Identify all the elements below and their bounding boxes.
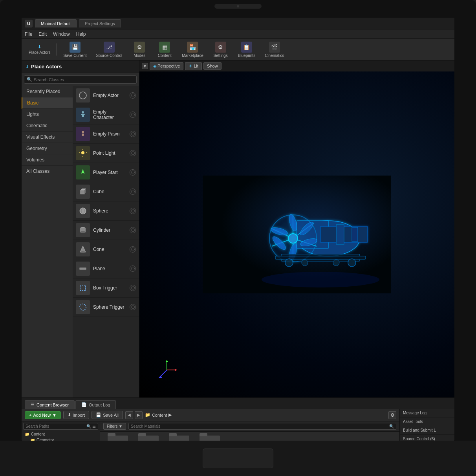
search-classes-input[interactable] bbox=[34, 77, 134, 82]
point-light-icon bbox=[76, 146, 90, 160]
svg-rect-24 bbox=[80, 285, 86, 291]
category-geometry[interactable]: Geometry bbox=[22, 143, 73, 154]
right-panel: Message Log Asset Tools Build and Submit… bbox=[399, 409, 454, 441]
svg-point-20 bbox=[80, 231, 86, 233]
categories-list: Recently Placed Basic Lights Cinematic V… bbox=[22, 86, 73, 397]
actor-sphere[interactable]: Sphere ⓘ bbox=[73, 201, 139, 221]
search-paths-input[interactable] bbox=[26, 424, 85, 428]
cube-info[interactable]: ⓘ bbox=[130, 189, 136, 195]
tab-output-log[interactable]: 📄 Output Log bbox=[75, 400, 116, 409]
toolbar-cinematics[interactable]: 🎬 Cinematics bbox=[261, 40, 288, 59]
nav-forward-button[interactable]: ▶ bbox=[135, 411, 143, 419]
sphere-info[interactable]: ⓘ bbox=[130, 208, 136, 214]
content-browser-tab-label: Content Browser bbox=[37, 403, 69, 407]
category-recently-placed[interactable]: Recently Placed bbox=[22, 86, 73, 97]
toolbar-modes[interactable]: ⚙ Modes bbox=[128, 40, 151, 59]
actor-empty-character[interactable]: Empty Character ⓘ bbox=[73, 105, 139, 124]
actor-player-start[interactable]: Player Start ⓘ bbox=[73, 163, 139, 182]
menu-window[interactable]: Window bbox=[53, 31, 70, 37]
content-icon: ▦ bbox=[159, 42, 170, 53]
tab-minimal-default[interactable]: Minimal Default bbox=[35, 19, 77, 27]
actor-cylinder[interactable]: Cylinder ⓘ bbox=[73, 221, 139, 240]
menu-edit[interactable]: Edit bbox=[38, 31, 47, 37]
toolbar-marketplace[interactable]: 🏪 Marketplace bbox=[178, 40, 207, 59]
category-volumes[interactable]: Volumes bbox=[22, 154, 73, 166]
filters-button[interactable]: Filters ▼ bbox=[103, 423, 126, 430]
tab-project-settings[interactable]: Project Settings bbox=[79, 19, 121, 27]
cube-icon bbox=[76, 185, 90, 199]
category-basic[interactable]: Basic bbox=[22, 97, 73, 109]
sphere-trigger-info[interactable]: ⓘ bbox=[130, 304, 136, 310]
actor-sphere-trigger[interactable]: Sphere Trigger ⓘ bbox=[73, 298, 139, 317]
toolbar-save-current[interactable]: 💾 Save Current bbox=[60, 40, 91, 59]
plane-icon bbox=[76, 262, 90, 276]
trackpad[interactable] bbox=[203, 449, 273, 468]
panel-header: ⬇ Place Actors bbox=[22, 60, 139, 73]
toolbar-source-control[interactable]: ⎇ Source Control bbox=[92, 40, 126, 59]
player-start-info[interactable]: ⓘ bbox=[130, 169, 136, 176]
import-button[interactable]: ⬇ Import bbox=[63, 411, 89, 419]
box-trigger-name: Box Trigger bbox=[93, 285, 126, 291]
cone-info[interactable]: ⓘ bbox=[130, 246, 136, 253]
folder-geometry[interactable]: 📁 Geometry bbox=[23, 437, 98, 441]
cube-name: Cube bbox=[93, 189, 126, 194]
plane-info[interactable]: ⓘ bbox=[130, 265, 136, 272]
search-materials-input[interactable] bbox=[131, 424, 389, 428]
toolbar-content[interactable]: ▦ Content bbox=[153, 40, 176, 59]
actor-cube[interactable]: Cube ⓘ bbox=[73, 182, 139, 201]
ue-logo: U bbox=[25, 20, 33, 27]
right-panel-asset-tools[interactable]: Asset Tools bbox=[400, 417, 454, 426]
right-panel-message-log[interactable]: Message Log bbox=[400, 409, 454, 417]
cone-icon bbox=[76, 242, 90, 256]
svg-marker-55 bbox=[175, 369, 177, 371]
viewport-menu-btn[interactable]: ▼ bbox=[142, 63, 148, 69]
filters-arrow-icon: ▼ bbox=[119, 424, 123, 428]
actor-empty-actor[interactable]: Empty Actor ⓘ bbox=[73, 86, 139, 105]
actor-box-trigger[interactable]: Box Trigger ⓘ bbox=[73, 278, 139, 298]
right-panel-source-control[interactable]: Source Control (6) bbox=[400, 435, 454, 441]
menu-file[interactable]: File bbox=[25, 31, 32, 37]
viewport-perspective-btn[interactable]: ◈ Perspective bbox=[150, 62, 183, 70]
category-lights[interactable]: Lights bbox=[22, 109, 73, 120]
asset-folder-vr-bp[interactable]: VirtualReality BP bbox=[196, 436, 223, 441]
point-light-info[interactable]: ⓘ bbox=[130, 150, 136, 156]
actor-plane[interactable]: Plane ⓘ bbox=[73, 259, 139, 278]
add-new-button[interactable]: + Add New ▼ bbox=[25, 411, 61, 419]
cinematics-icon: 🎬 bbox=[269, 42, 280, 53]
actor-cone[interactable]: Cone ⓘ bbox=[73, 240, 139, 259]
toolbar-blueprints[interactable]: 📋 Blueprints bbox=[234, 40, 259, 59]
cb-settings-button[interactable]: ⚙ bbox=[388, 411, 396, 419]
viewport[interactable]: ▼ ◈ Perspective ☀ Lit Show bbox=[139, 60, 454, 397]
viewport-lit-btn[interactable]: ☀ Lit bbox=[185, 62, 202, 70]
toolbar-place-actors[interactable]: ⬇ Place Actors bbox=[25, 43, 57, 56]
tab-content-browser[interactable]: ☰ Content Browser bbox=[25, 400, 75, 409]
box-trigger-info[interactable]: ⓘ bbox=[130, 285, 136, 291]
marketplace-icon: 🏪 bbox=[187, 42, 198, 53]
player-start-icon bbox=[76, 165, 90, 179]
actor-empty-pawn[interactable]: Empty Pawn ⓘ bbox=[73, 124, 139, 144]
actors-content: Recently Placed Basic Lights Cinematic V… bbox=[22, 86, 139, 397]
save-all-button[interactable]: 💾 Save All bbox=[92, 411, 123, 419]
folder-content[interactable]: 📁 Content bbox=[23, 431, 98, 437]
empty-character-info[interactable]: ⓘ bbox=[130, 112, 136, 118]
actor-point-light[interactable]: Point Light ⓘ bbox=[73, 144, 139, 163]
path-arrow-icon: ▶ bbox=[168, 412, 172, 417]
category-cinematic[interactable]: Cinematic bbox=[22, 120, 73, 132]
toolbar-settings[interactable]: ⚙ Settings bbox=[209, 40, 233, 59]
svg-point-16 bbox=[80, 208, 86, 214]
vr-folder-icon bbox=[169, 436, 189, 441]
nav-back-button[interactable]: ◀ bbox=[125, 411, 133, 419]
cylinder-info[interactable]: ⓘ bbox=[130, 227, 136, 233]
menu-help[interactable]: Help bbox=[76, 31, 86, 37]
asset-folder-starter-content[interactable]: Starter Content bbox=[135, 436, 162, 441]
empty-actor-info[interactable]: ⓘ bbox=[130, 92, 136, 99]
laptop-chin bbox=[0, 441, 476, 476]
viewport-show-btn[interactable]: Show bbox=[203, 62, 222, 70]
category-visual-effects[interactable]: Visual Effects bbox=[22, 132, 73, 143]
asset-folder-geometry[interactable]: Geometry bbox=[104, 436, 132, 441]
empty-pawn-info[interactable]: ⓘ bbox=[130, 131, 136, 137]
category-all-classes[interactable]: All Classes bbox=[22, 166, 73, 177]
asset-folder-virtual-reality[interactable]: VirtualReality bbox=[165, 436, 193, 441]
source-control-label: Source Control bbox=[96, 53, 123, 58]
right-panel-build-submit[interactable]: Build and Submit L bbox=[400, 426, 454, 435]
